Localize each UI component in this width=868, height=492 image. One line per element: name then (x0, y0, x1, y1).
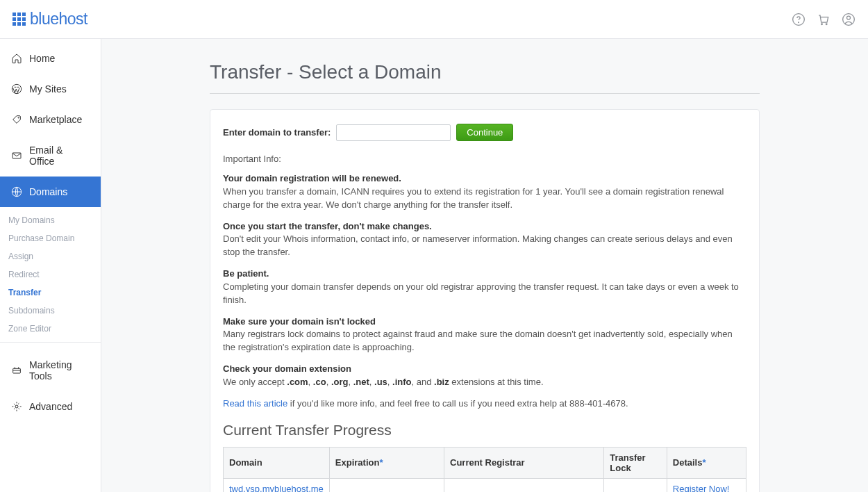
cart-icon[interactable] (817, 13, 831, 26)
read-article-link[interactable]: Read this article (223, 398, 287, 409)
sidebar-item-marketing[interactable]: Marketing Tools (0, 350, 101, 391)
svg-point-1 (799, 22, 799, 22)
domain-input[interactable] (336, 124, 451, 141)
sidebar-item-label: Advanced (29, 401, 72, 412)
col-lock: Transfer Lock (604, 447, 667, 478)
svg-point-2 (821, 23, 823, 24)
globe-icon (11, 186, 22, 197)
sidebar-item-home[interactable]: Home (0, 43, 101, 74)
user-icon[interactable] (842, 13, 856, 26)
info-extension: Check your domain extension We only acce… (223, 363, 746, 389)
subnav-mydomains[interactable]: My Domains (0, 211, 101, 229)
wordpress-icon (11, 83, 22, 95)
svg-point-3 (826, 23, 827, 24)
important-info-label: Important Info: (223, 154, 746, 164)
domain-input-label: Enter domain to transfer: (223, 127, 331, 138)
table-row: twd.ysp.mybluehost.me Register Now! (224, 478, 746, 492)
marketing-icon (11, 365, 22, 376)
col-expiration: Expiration* (329, 447, 444, 478)
sidebar-item-label: Marketplace (29, 114, 82, 125)
subnav-redirect[interactable]: Redirect (0, 265, 101, 284)
top-header: bluehost (0, 0, 868, 39)
mail-icon (11, 150, 22, 161)
sidebar-item-label: Domains (29, 186, 67, 197)
sidebar-item-domains[interactable]: Domains (0, 177, 101, 207)
col-registrar: Current Registrar (444, 447, 604, 478)
brand-logo[interactable]: bluehost (12, 10, 87, 28)
continue-button[interactable]: Continue (456, 124, 513, 141)
domain-input-row: Enter domain to transfer: Continue (223, 124, 746, 141)
sidebar-item-email[interactable]: Email & Office (0, 135, 101, 177)
svg-point-5 (847, 16, 851, 19)
domains-submenu: My Domains Purchase Domain Assign Redire… (0, 207, 101, 343)
info-readmore: Read this article if you'd like more inf… (223, 397, 746, 411)
main-content: Transfer - Select a Domain Enter domain … (101, 39, 868, 492)
title-divider (210, 93, 760, 94)
subnav-subdomains[interactable]: Subdomains (0, 302, 101, 320)
subnav-zoneeditor[interactable]: Zone Editor (0, 320, 101, 338)
svg-rect-8 (12, 153, 21, 158)
info-nochanges: Once you start the transfer, don't make … (223, 220, 746, 260)
cell-registrar (444, 478, 604, 492)
sidebar-item-advanced[interactable]: Advanced (0, 391, 101, 422)
svg-point-11 (15, 405, 18, 408)
sidebar-item-mysites[interactable]: My Sites (0, 74, 101, 104)
info-renewal: Your domain registration will be renewed… (223, 172, 746, 212)
subnav-purchase[interactable]: Purchase Domain (0, 229, 101, 247)
svg-point-7 (18, 117, 19, 118)
transfer-progress-table: Domain Expiration* Current Registrar Tra… (223, 447, 746, 492)
help-icon[interactable] (792, 13, 806, 26)
info-locked: Make sure your domain isn't locked Many … (223, 315, 746, 355)
sidebar-item-label: Marketing Tools (29, 359, 90, 382)
sidebar-item-label: My Sites (29, 83, 67, 95)
page-title: Transfer - Select a Domain (210, 61, 760, 83)
info-patient: Be patient. Completing your domain trans… (223, 268, 746, 307)
brand-name: bluehost (30, 10, 87, 28)
sidebar-item-label: Home (29, 53, 55, 64)
sidebar-item-label: Email & Office (29, 145, 90, 167)
subnav-transfer[interactable]: Transfer (0, 284, 101, 302)
settings-icon (11, 401, 22, 412)
subnav-assign[interactable]: Assign (0, 247, 101, 265)
sidebar-item-marketplace[interactable]: Marketplace (0, 104, 101, 135)
cell-lock (604, 478, 667, 492)
col-details: Details* (667, 447, 746, 478)
details-link[interactable]: Register Now! (673, 484, 730, 492)
progress-title: Current Transfer Progress (223, 422, 746, 438)
cell-expiration (329, 478, 444, 492)
home-icon (11, 53, 22, 64)
domain-link[interactable]: twd.ysp.mybluehost.me (229, 484, 324, 492)
transfer-card: Enter domain to transfer: Continue Impor… (210, 109, 760, 492)
col-domain: Domain (224, 447, 330, 478)
svg-rect-10 (13, 368, 21, 373)
sidebar: Home My Sites Marketplace Email & Office… (0, 39, 101, 492)
tag-icon (11, 114, 22, 125)
logo-icon (12, 13, 26, 26)
